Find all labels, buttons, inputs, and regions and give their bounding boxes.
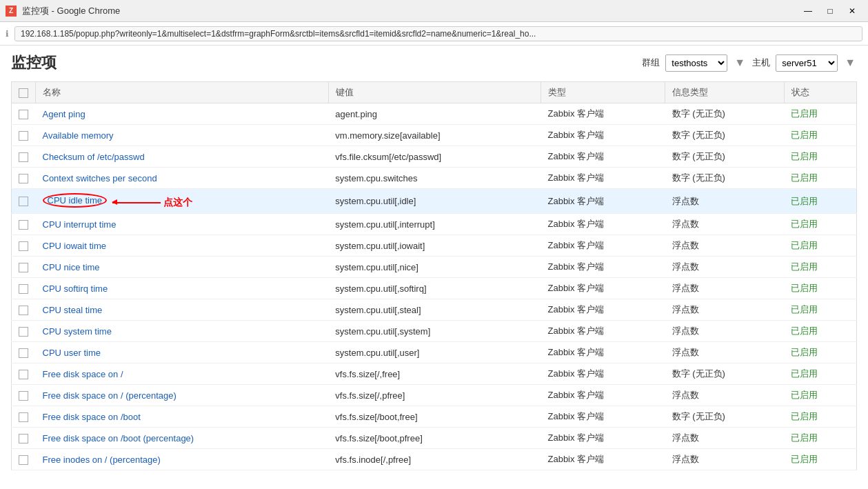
- row-name: CPU iowait time: [36, 235, 329, 257]
- row-checkbox[interactable]: [19, 370, 28, 379]
- item-link[interactable]: CPU iowait time: [43, 241, 106, 251]
- browser-icon: Z: [6, 6, 17, 17]
- row-checkbox[interactable]: [19, 110, 28, 119]
- group-label: 群组: [642, 57, 660, 69]
- item-link[interactable]: CPU nice time: [43, 262, 100, 272]
- group-select[interactable]: testhosts: [665, 54, 727, 72]
- row-checkbox-cell: [12, 321, 36, 342]
- item-link[interactable]: Context switches per second: [43, 173, 157, 183]
- row-checkbox[interactable]: [19, 263, 28, 272]
- row-info-type: 数字 (无正负): [665, 406, 784, 428]
- arrow-annotation: 点这个: [112, 197, 192, 209]
- row-checkbox[interactable]: [19, 197, 28, 206]
- items-table: 名称 键值 类型 信息类型 状态 Agent pingagent.pingZab…: [11, 81, 857, 470]
- select-all-checkbox[interactable]: [19, 88, 28, 98]
- item-link[interactable]: Free inodes on / (percentage): [43, 455, 161, 465]
- row-key: vfs.file.cksum[/etc/passwd]: [328, 146, 541, 168]
- row-checkbox-cell: [12, 189, 36, 214]
- row-name: Free disk space on /boot: [36, 406, 329, 428]
- item-link[interactable]: CPU system time: [43, 326, 112, 337]
- row-status: 已启用: [784, 214, 856, 235]
- item-link[interactable]: Free disk space on /boot: [43, 412, 141, 422]
- row-checkbox[interactable]: [19, 174, 28, 183]
- item-link[interactable]: CPU steal time: [43, 305, 103, 315]
- row-info-type: 数字 (无正负): [665, 146, 784, 168]
- row-checkbox-cell: [12, 235, 36, 257]
- row-status: 已启用: [784, 125, 856, 146]
- row-checkbox[interactable]: [19, 434, 28, 443]
- table-row: CPU interrupt timesystem.cpu.util[,inter…: [12, 214, 857, 235]
- row-type: Zabbix 客户端: [541, 428, 665, 449]
- row-checkbox[interactable]: [19, 131, 28, 141]
- table-row: Free disk space on /boot (percentage)vfs…: [12, 428, 857, 449]
- table-row: Context switches per secondsystem.cpu.sw…: [12, 168, 857, 189]
- item-link[interactable]: CPU softirq time: [43, 283, 108, 294]
- row-checkbox-cell: [12, 406, 36, 428]
- row-type: Zabbix 客户端: [541, 125, 665, 146]
- row-checkbox-cell: [12, 363, 36, 385]
- item-link[interactable]: Free disk space on /: [43, 369, 123, 379]
- row-name: CPU user time: [36, 342, 329, 363]
- restore-button[interactable]: □: [820, 3, 840, 19]
- row-status: 已启用: [784, 146, 856, 168]
- row-checkbox-cell: [12, 125, 36, 146]
- row-checkbox[interactable]: [19, 327, 28, 337]
- table-row: CPU iowait timesystem.cpu.util[,iowait]Z…: [12, 235, 857, 257]
- row-info-type: 浮点数: [665, 278, 784, 299]
- item-link[interactable]: CPU user time: [43, 348, 101, 358]
- row-checkbox[interactable]: [19, 455, 28, 465]
- item-link[interactable]: Checksum of /etc/passwd: [43, 152, 145, 162]
- table-row: CPU steal timesystem.cpu.util[,steal]Zab…: [12, 299, 857, 321]
- row-info-type: 浮点数: [665, 428, 784, 449]
- row-checkbox[interactable]: [19, 241, 28, 251]
- row-checkbox[interactable]: [19, 412, 28, 422]
- row-checkbox[interactable]: [19, 152, 28, 162]
- row-type: Zabbix 客户端: [541, 189, 665, 214]
- item-link[interactable]: Free disk space on /boot (percentage): [43, 433, 194, 443]
- row-name: CPU interrupt time: [36, 214, 329, 235]
- row-info-type: 浮点数: [665, 257, 784, 278]
- title-bar-text: 监控项 - Google Chrome: [22, 5, 792, 17]
- host-select[interactable]: server51: [776, 54, 838, 72]
- row-type: Zabbix 客户端: [541, 103, 665, 125]
- header-status: 状态: [784, 82, 856, 103]
- row-status: 已启用: [784, 299, 856, 321]
- row-checkbox[interactable]: [19, 306, 28, 315]
- row-checkbox[interactable]: [19, 220, 28, 230]
- close-button[interactable]: ✕: [842, 3, 862, 19]
- row-key: vfs.fs.size[/,free]: [328, 363, 541, 385]
- row-status: 已启用: [784, 406, 856, 428]
- row-checkbox-cell: [12, 342, 36, 363]
- annotation-circle: CPU idle time: [43, 193, 107, 208]
- table-row: Free inodes on / (percentage)vfs.fs.inod…: [12, 449, 857, 470]
- item-link[interactable]: Agent ping: [43, 109, 85, 119]
- host-label: 主机: [752, 57, 770, 69]
- row-checkbox-cell: [12, 168, 36, 189]
- row-status: 已启用: [784, 428, 856, 449]
- address-input[interactable]: [14, 26, 862, 41]
- row-key: system.cpu.util[,user]: [328, 342, 541, 363]
- item-link[interactable]: Available memory: [43, 130, 114, 141]
- table-row: Free disk space on /bootvfs.fs.size[/boo…: [12, 406, 857, 428]
- annotated-name-wrapper: CPU idle time点这个: [43, 195, 192, 206]
- item-link[interactable]: Free disk space on / (percentage): [43, 390, 176, 401]
- row-status: 已启用: [784, 449, 856, 470]
- row-status: 已启用: [784, 385, 856, 406]
- row-name: Free disk space on /boot (percentage): [36, 428, 329, 449]
- row-status: 已启用: [784, 189, 856, 214]
- row-info-type: 浮点数: [665, 214, 784, 235]
- item-link[interactable]: CPU interrupt time: [43, 219, 117, 230]
- row-status: 已启用: [784, 257, 856, 278]
- table-row: Agent pingagent.pingZabbix 客户端数字 (无正负)已启…: [12, 103, 857, 125]
- row-type: Zabbix 客户端: [541, 257, 665, 278]
- row-status: 已启用: [784, 168, 856, 189]
- row-checkbox[interactable]: [19, 391, 28, 401]
- header-name: 名称: [36, 82, 329, 103]
- item-link[interactable]: CPU idle time: [48, 195, 102, 206]
- row-key: vfs.fs.size[/boot,free]: [328, 406, 541, 428]
- header-info-type: 信息类型: [665, 82, 784, 103]
- row-status: 已启用: [784, 342, 856, 363]
- row-checkbox[interactable]: [19, 348, 28, 358]
- row-checkbox[interactable]: [19, 284, 28, 294]
- minimize-button[interactable]: —: [798, 3, 818, 19]
